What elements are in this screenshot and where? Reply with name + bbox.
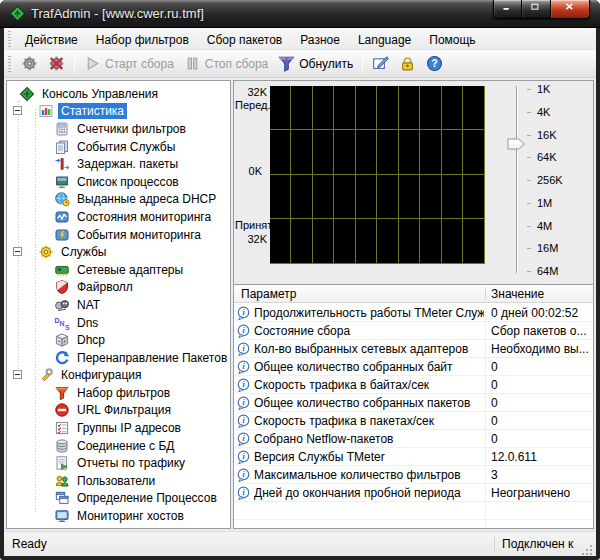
table-row[interactable]: iСобрано Netflow-пакетов0 (234, 430, 593, 448)
param-cell: Версия Службы TMeter (254, 450, 484, 464)
toolbar-help-button[interactable]: ? (421, 53, 448, 74)
tree-item-service-events[interactable]: События Службы (7, 138, 230, 156)
tree-item-nat[interactable]: NAT (7, 296, 230, 314)
packet-forwarding-icon (54, 350, 70, 366)
tree-item-dhcp[interactable]: Dhcp (7, 331, 230, 349)
tree-item-packet-forwarding[interactable]: Перенаправление Пакетов (7, 349, 230, 367)
tree-item-label: Файрволл (74, 279, 136, 295)
toolbar-lock-button[interactable] (394, 53, 421, 74)
pause-icon (184, 55, 201, 72)
menu-item-action[interactable]: Действие (16, 30, 87, 50)
svg-text:N: N (60, 320, 65, 327)
table-row[interactable]: iМаксимальное количество фильтров3 (234, 466, 593, 484)
toolbar-start-capture-button[interactable]: Старт сбора (79, 53, 179, 74)
expander-minus-icon[interactable] (13, 106, 22, 115)
ip-groups-icon (54, 420, 70, 436)
table-row[interactable]: iКол-во выбранных сетевых адаптеровНеобх… (234, 340, 593, 358)
value-cell: Сбор пакетов о... (491, 324, 591, 338)
expander-minus-icon[interactable] (13, 370, 22, 379)
tree-item-url-filtering[interactable]: URL Фильтрация (7, 402, 230, 420)
tree-item-console[interactable]: Консоль Управления (7, 85, 230, 103)
dhcp-addresses-icon (54, 191, 70, 207)
tree-item-ip-groups[interactable]: Группы IP адресов (7, 419, 230, 437)
menu-item-language[interactable]: Language (349, 30, 420, 50)
table-row[interactable]: iОбщее количество собранных пакетов0 (234, 394, 593, 412)
tree-item-services[interactable]: Службы (7, 243, 230, 261)
info-icon: i (236, 396, 251, 411)
toolbar-stop-capture-button[interactable]: Стоп сбора (179, 53, 273, 74)
tree-item-dns[interactable]: DNSDns (7, 314, 230, 332)
param-cell: Общее количество собранных байт (254, 360, 484, 374)
traffic-reports-icon (54, 455, 70, 471)
funnel-icon (278, 55, 295, 72)
maximize-button[interactable] (522, 0, 550, 19)
table-row[interactable]: iПродолжительность работы TMeter Служ...… (234, 304, 593, 322)
table-row[interactable]: iВерсия Службы TMeter12.0.611 (234, 448, 593, 466)
table-row[interactable]: iДней до окончания пробной периодаНеогра… (234, 484, 593, 502)
tree-item-configuration[interactable]: Конфигурация (7, 367, 230, 385)
tree-item-firewall[interactable]: Файрволл (7, 279, 230, 297)
expander-minus-icon[interactable] (13, 247, 22, 256)
menu-item-misc[interactable]: Разное (291, 30, 349, 50)
info-icon: i (236, 486, 251, 501)
zoom-scale-label: 1M (537, 197, 552, 209)
tree-item-filter-counters[interactable]: Счетчики фильтров (7, 120, 230, 138)
tree-item-label: Состояния мониторинга (74, 209, 214, 225)
tx-axis-label: Перед. (235, 99, 270, 111)
zoom-scale-tick (527, 226, 531, 227)
zoom-scale-label: 16K (537, 129, 557, 141)
param-cell: Максимальное количество фильтров (254, 468, 484, 482)
tree-item-label: Конфигурация (58, 367, 145, 383)
table-row[interactable]: iСкорость трафика в байтах/сек0 (234, 376, 593, 394)
menu-item-packet-capture[interactable]: Сбор пакетов (198, 30, 291, 50)
toolbar-service-settings-button[interactable] (16, 53, 43, 74)
stats-table: Параметр Значение iПродолжительность раб… (234, 284, 593, 528)
monitoring-states-icon (54, 209, 70, 225)
table-row[interactable]: iОбщее количество собранных байт0 (234, 358, 593, 376)
tree-item-statistics[interactable]: Статистика (7, 103, 230, 121)
table-row[interactable]: iСостояние сбораСбор пакетов о... (234, 322, 593, 340)
tree-item-monitoring-states[interactable]: Состояния мониторинга (7, 208, 230, 226)
tree-item-host-monitoring[interactable]: Мониторинг хостов (7, 507, 230, 525)
tree-item-monitoring-events[interactable]: События мониторинга (7, 226, 230, 244)
tree-item-label: Задержан. пакеты (74, 156, 181, 172)
title-bar[interactable]: TrafAdmin - [www.cwer.ru.tmf] (0, 0, 600, 28)
zoom-scale-tick (527, 135, 531, 136)
menu-grip-handle[interactable] (8, 31, 11, 47)
info-icon: i (236, 378, 251, 393)
close-button[interactable] (550, 0, 590, 19)
tree-item-dhcp-addresses[interactable]: Выданные адреса DHCP (7, 191, 230, 209)
tree-item-delayed-packets[interactable]: Задержан. пакеты (7, 155, 230, 173)
tree-item-label: Определение Процессов (74, 490, 220, 506)
dns-icon: DNS (54, 315, 70, 331)
toolbar-select-adapters-button[interactable] (367, 53, 394, 74)
tree-item-traffic-reports[interactable]: Отчеты по трафику (7, 454, 230, 472)
resize-grip[interactable] (582, 542, 593, 553)
lock-icon (399, 55, 416, 72)
tree-item-db-connection[interactable]: Соединение с БД (7, 437, 230, 455)
gear-icon (21, 55, 38, 72)
tree-item-users[interactable]: Пользователи (7, 472, 230, 490)
statistics-icon (38, 103, 54, 119)
param-cell: Скорость трафика в байтах/сек (254, 378, 484, 392)
configuration-icon (38, 367, 54, 383)
tree-item-label: Соединение с БД (74, 438, 177, 454)
tree-item-filter-set[interactable]: Набор фильтров (7, 384, 230, 402)
toolbar-grip-handle[interactable] (8, 56, 11, 72)
tree-item-process-list[interactable]: Список процессов (7, 173, 230, 191)
nat-icon (54, 297, 70, 313)
value-cell: 0 (491, 432, 591, 446)
minimize-button[interactable] (493, 0, 522, 19)
zoom-slider-handle[interactable] (507, 136, 526, 148)
toolbar-stop-service-button[interactable] (43, 53, 70, 74)
menu-item-help[interactable]: Помощь (420, 30, 484, 50)
tree-item-network-adapters[interactable]: Сетевые адаптеры (7, 261, 230, 279)
zoom-slider-track[interactable] (516, 86, 518, 273)
tree-item-process-detection[interactable]: Определение Процессов (7, 490, 230, 508)
table-row[interactable]: iСкорость трафика в пакетах/сек0 (234, 412, 593, 430)
toolbar-reset-counters-button[interactable]: Обнулить (273, 53, 358, 74)
maximize-icon (530, 2, 542, 17)
value-cell: 0 (491, 414, 591, 428)
menu-item-filter-set[interactable]: Набор фильтров (87, 30, 198, 50)
zoom-scale-tick (527, 180, 531, 181)
